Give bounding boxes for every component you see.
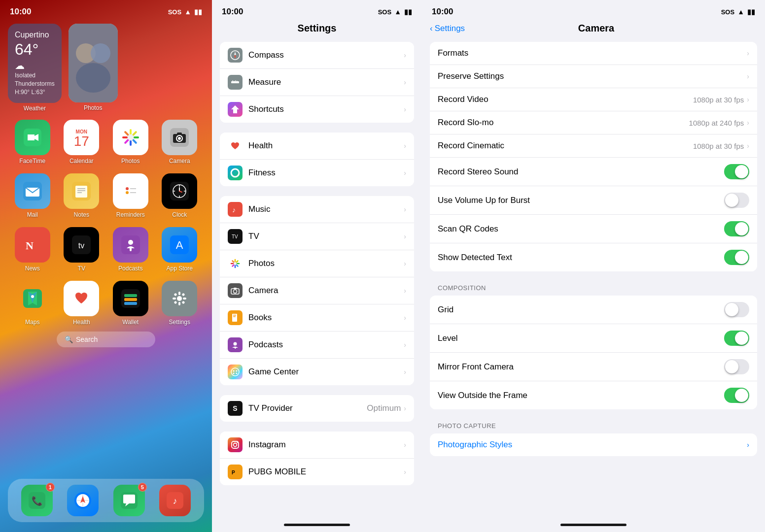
app-camera[interactable]: Camera bbox=[157, 120, 203, 165]
settings-row-tvprovider[interactable]: S TV Provider Optimum › bbox=[220, 395, 414, 422]
level-toggle[interactable] bbox=[724, 331, 749, 346]
app-podcasts[interactable]: Podcasts bbox=[108, 227, 153, 272]
settings-row-tv[interactable]: TV TV › bbox=[220, 223, 414, 250]
instagram-chevron: › bbox=[404, 441, 406, 449]
notes-icon bbox=[64, 173, 99, 209]
dock-music[interactable]: ♪ bbox=[159, 485, 191, 516]
settings-row-camera[interactable]: Camera › bbox=[220, 277, 414, 304]
record-video-label: Record Video bbox=[438, 95, 693, 104]
back-button[interactable]: ‹ Settings bbox=[430, 24, 465, 33]
camera-row-record-video[interactable]: Record Video 1080p at 30 fps › bbox=[430, 88, 757, 111]
mirror-toggle[interactable] bbox=[724, 359, 749, 374]
camera-row-view-outside[interactable]: View Outside the Frame bbox=[430, 381, 757, 409]
pubg-chevron: › bbox=[404, 468, 406, 476]
photo-capture-header: PHOTO CAPTURE bbox=[422, 419, 765, 433]
settings-scroll[interactable]: Compass › Measure › Shortcuts › bbox=[212, 42, 422, 524]
app-mail[interactable]: Mail bbox=[10, 173, 55, 218]
photos-settings-icon bbox=[228, 256, 243, 271]
svg-line-88 bbox=[233, 261, 234, 263]
settings-row-fitness[interactable]: Fitness › bbox=[220, 160, 414, 186]
camera-row-photographic-styles[interactable]: Photographic Styles › bbox=[430, 433, 757, 456]
photos-widget[interactable] bbox=[69, 24, 118, 102]
camera-row-show-detected[interactable]: Show Detected Text bbox=[430, 243, 757, 271]
dock-safari[interactable] bbox=[67, 485, 99, 516]
app-photos[interactable]: Photos bbox=[108, 120, 153, 165]
health-settings-icon bbox=[228, 138, 243, 153]
svg-rect-74 bbox=[231, 81, 239, 83]
app-facetime[interactable]: FaceTime bbox=[10, 120, 55, 165]
show-detected-label: Show Detected Text bbox=[438, 253, 724, 263]
view-outside-toggle[interactable] bbox=[724, 388, 749, 403]
app-notes[interactable]: Notes bbox=[59, 173, 104, 218]
app-clock[interactable]: Clock bbox=[157, 173, 203, 218]
weather-widget[interactable]: Cupertino 64° ☁ IsolatedThunderstormsH:9… bbox=[8, 24, 62, 103]
camera-row-grid[interactable]: Grid bbox=[430, 296, 757, 324]
app-calendar[interactable]: MON 17 Calendar bbox=[59, 120, 104, 165]
scan-qr-toggle[interactable] bbox=[724, 221, 749, 236]
settings-row-pubg[interactable]: P PUBG MOBILE › bbox=[220, 459, 414, 485]
settings-row-shortcuts[interactable]: Shortcuts › bbox=[220, 96, 414, 123]
camera-group-1: Formats › Preserve Settings › Record Vid… bbox=[430, 42, 757, 271]
settings-row-compass[interactable]: Compass › bbox=[220, 42, 414, 69]
svg-rect-99 bbox=[235, 347, 236, 349]
settings-row-gamecenter[interactable]: Game Center › bbox=[220, 359, 414, 385]
dock-messages[interactable]: 5 bbox=[113, 485, 145, 516]
svg-point-38 bbox=[128, 240, 133, 245]
app-settings[interactable]: Settings bbox=[157, 281, 203, 326]
svg-rect-53 bbox=[178, 292, 180, 295]
stereo-toggle[interactable] bbox=[724, 164, 749, 179]
camera-row-record-slomo[interactable]: Record Slo-mo 1080p at 240 fps › bbox=[430, 111, 757, 134]
search-icon: 🔍 bbox=[65, 335, 73, 343]
settings-row-measure[interactable]: Measure › bbox=[220, 69, 414, 96]
instagram-icon bbox=[228, 437, 243, 452]
app-news[interactable]: N News bbox=[10, 227, 55, 272]
music-chevron: › bbox=[404, 205, 406, 213]
camera-row-preserve[interactable]: Preserve Settings › bbox=[430, 65, 757, 88]
camera-row-level[interactable]: Level bbox=[430, 324, 757, 353]
camera-row-record-cinematic[interactable]: Record Cinematic 1080p at 30 fps › bbox=[430, 134, 757, 158]
mail-icon bbox=[15, 173, 50, 209]
camera-panel: 10:00 SOS ▲ ▮▮ ‹ Settings Camera Formats… bbox=[422, 0, 765, 532]
record-cinematic-value: 1080p at 30 fps bbox=[693, 142, 744, 150]
stereo-label: Record Stereo Sound bbox=[438, 167, 724, 177]
camera-row-scan-qr[interactable]: Scan QR Codes bbox=[430, 215, 757, 243]
settings-row-music[interactable]: ♪ Music › bbox=[220, 196, 414, 223]
grid-toggle[interactable] bbox=[724, 302, 749, 317]
dock: 1 📞 5 ♪ bbox=[8, 479, 204, 522]
wifi-camera-icon: ▲ bbox=[737, 8, 744, 16]
calendar-icon: MON 17 bbox=[64, 120, 99, 155]
app-reminders[interactable]: Reminders bbox=[108, 173, 153, 218]
settings-row-health[interactable]: Health › bbox=[220, 133, 414, 160]
record-cinematic-chevron: › bbox=[747, 142, 749, 150]
settings-row-podcasts[interactable]: Podcasts › bbox=[220, 332, 414, 359]
weather-city: Cupertino bbox=[15, 31, 55, 39]
wallet-icon bbox=[113, 281, 148, 316]
settings-group-5: Instagram › P PUBG MOBILE › bbox=[220, 432, 414, 485]
dock-phone[interactable]: 1 📞 bbox=[21, 485, 53, 516]
app-appstore[interactable]: A App Store bbox=[157, 227, 203, 272]
settings-row-instagram[interactable]: Instagram › bbox=[220, 432, 414, 459]
status-bar-home: 10:00 SOS ▲ ▮▮ bbox=[0, 0, 212, 21]
camera-row-mirror[interactable]: Mirror Front Camera bbox=[430, 353, 757, 381]
svg-rect-50 bbox=[124, 302, 137, 305]
reminders-icon bbox=[113, 173, 148, 209]
app-maps[interactable]: Maps bbox=[10, 281, 55, 326]
camera-row-formats[interactable]: Formats › bbox=[430, 42, 757, 65]
camera-scroll[interactable]: Formats › Preserve Settings › Record Vid… bbox=[422, 42, 765, 524]
volume-burst-toggle[interactable] bbox=[724, 193, 749, 208]
health-settings-label: Health bbox=[248, 141, 404, 151]
settings-row-books[interactable]: Books › bbox=[220, 304, 414, 332]
photographic-styles-chevron: › bbox=[747, 441, 749, 449]
show-detected-toggle[interactable] bbox=[724, 250, 749, 265]
app-health[interactable]: Health bbox=[59, 281, 104, 326]
app-wallet[interactable]: Wallet bbox=[108, 281, 153, 326]
tv-icon: tv bbox=[64, 227, 99, 263]
photos-settings-label: Photos bbox=[248, 259, 404, 268]
search-bar[interactable]: 🔍 Search bbox=[57, 332, 155, 347]
settings-row-photos[interactable]: Photos › bbox=[220, 250, 414, 277]
app-tv[interactable]: tv TV bbox=[59, 227, 104, 272]
camera-row-volume-burst[interactable]: Use Volume Up for Burst bbox=[430, 186, 757, 215]
camera-row-stereo[interactable]: Record Stereo Sound bbox=[430, 158, 757, 186]
svg-text:P: P bbox=[232, 470, 235, 475]
settings-group-3: ♪ Music › TV TV › bbox=[220, 196, 414, 385]
